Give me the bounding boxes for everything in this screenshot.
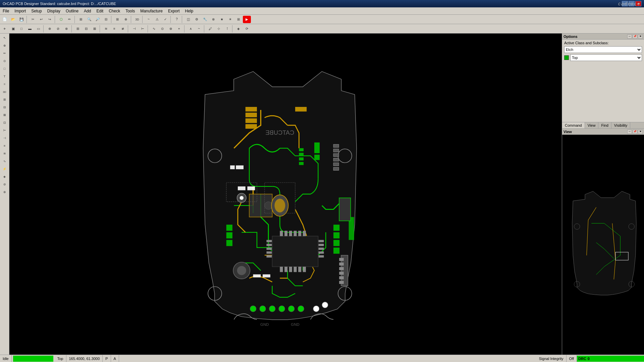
lt-b12[interactable]: ⊘ <box>1 181 8 188</box>
tb-snap[interactable]: ⊕ <box>122 16 130 23</box>
menu-add[interactable]: Add <box>81 8 94 14</box>
subclass-dropdown[interactable]: Top Bottom Inner1 Inner2 <box>570 54 642 61</box>
tb-zoom-fit[interactable]: ⊞ <box>77 16 85 23</box>
tb-check[interactable]: ✓ <box>161 16 169 23</box>
lt-b2[interactable]: ⊟ <box>1 104 8 111</box>
tb2-b19[interactable]: ⊛ <box>167 25 175 33</box>
status-a[interactable]: A <box>111 355 119 362</box>
menu-manufacture[interactable]: Manufacture <box>138 8 165 14</box>
tb-zoom-in[interactable]: 🔍 <box>85 16 93 23</box>
lt-b1[interactable]: ⊞ <box>1 96 8 103</box>
tb2-b15[interactable]: ⊣ <box>130 25 138 33</box>
tb-3d[interactable]: 3D <box>133 16 141 23</box>
lt-shape[interactable]: □ <box>1 65 8 72</box>
tb-new[interactable]: 📄 <box>1 16 9 23</box>
view-minimize-btn[interactable]: ─ <box>627 130 632 134</box>
tb-b6[interactable]: ☀ <box>226 16 234 23</box>
lt-select[interactable]: ↖ <box>1 34 8 42</box>
menu-check[interactable]: Check <box>106 8 123 14</box>
lt-b10[interactable]: ⚡ <box>1 165 8 173</box>
tb-run[interactable]: ▶ <box>243 16 251 23</box>
tb-save[interactable]: 💾 <box>17 16 25 23</box>
tb-drc[interactable]: ⚠ <box>153 16 161 23</box>
menu-outline[interactable]: Outline <box>63 8 81 14</box>
tb2-b22[interactable]: ~ <box>195 25 203 33</box>
tb2-b23[interactable]: 🖊 <box>206 25 214 33</box>
tb2-b9[interactable]: ⊞ <box>74 25 82 33</box>
tb2-b25[interactable]: ⊺ <box>223 25 231 33</box>
tb2-b6[interactable]: ⊕ <box>46 25 54 33</box>
tb-open[interactable]: 📂 <box>9 16 17 23</box>
canvas-area[interactable]: CATCUBE <box>9 34 562 355</box>
lt-route[interactable]: ✏ <box>1 50 8 57</box>
class-dropdown[interactable]: Etch Via Pin DRC Error <box>564 46 642 53</box>
menu-file[interactable]: File <box>0 8 12 14</box>
lt-zoom[interactable]: ⊕ <box>1 42 8 49</box>
lt-measure[interactable]: ⌗ <box>1 80 8 88</box>
options-close-btn[interactable]: ✕ <box>638 35 643 39</box>
tb-undo[interactable]: ↩ <box>37 16 45 23</box>
menu-display[interactable]: Display <box>45 8 63 14</box>
tb2-b16[interactable]: ⊢ <box>139 25 147 33</box>
tb-ratsnest[interactable]: ~ <box>145 16 153 23</box>
tb-zoom-select[interactable]: ⊟ <box>102 16 110 23</box>
menu-help[interactable]: Help <box>182 8 196 14</box>
tb-cut[interactable]: ✂ <box>29 16 37 23</box>
status-p[interactable]: P <box>103 355 111 362</box>
tab-command[interactable]: Command <box>562 122 585 128</box>
tb-b1[interactable]: ◫ <box>184 16 192 23</box>
tb2-b18[interactable]: ⊙ <box>158 25 166 33</box>
view-close-btn[interactable]: ✕ <box>638 130 643 134</box>
lt-b7[interactable]: ≡ <box>1 142 8 149</box>
tb2-b26[interactable]: ◈ <box>234 25 243 33</box>
tab-find[interactable]: Find <box>598 122 611 128</box>
tb-b2[interactable]: ⚙ <box>193 16 201 23</box>
tb2-b13[interactable]: ≡ <box>110 25 118 33</box>
tb-redo[interactable]: ↪ <box>46 16 54 23</box>
tb-zoom-out[interactable]: 🔎 <box>94 16 102 23</box>
tb2-b12[interactable]: ≋ <box>102 25 110 33</box>
lt-text[interactable]: T <box>1 73 8 80</box>
tb2-b17[interactable]: ∿ <box>150 25 158 33</box>
tb2-b21[interactable]: ∧ <box>186 25 195 33</box>
tb-highlight[interactable]: ⬡ <box>57 16 65 23</box>
menu-edit[interactable]: Edit <box>94 8 106 14</box>
tb-b7[interactable]: ⊞ <box>234 16 243 23</box>
menu-tools[interactable]: Tools <box>123 8 138 14</box>
tb2-b24[interactable]: ⊹ <box>215 25 223 33</box>
lt-via[interactable]: ⊙ <box>1 57 8 65</box>
menu-export[interactable]: Export <box>165 8 182 14</box>
lt-b8[interactable]: ≋ <box>1 150 8 157</box>
tb2-b4[interactable]: ▬ <box>26 25 34 33</box>
lt-b5[interactable]: ⊢ <box>1 127 8 134</box>
tb2-b14[interactable]: ≢ <box>119 25 127 33</box>
lt-b13[interactable]: ⊛ <box>1 188 8 196</box>
tb2-b5[interactable]: ▭ <box>34 25 42 33</box>
tb-b3[interactable]: 🔧 <box>201 16 209 23</box>
lt-b3[interactable]: ⊠ <box>1 111 8 119</box>
lt-b6[interactable]: ⊣ <box>1 134 8 142</box>
tb2-b8[interactable]: ⊗ <box>62 25 70 33</box>
lt-b11[interactable]: ◈ <box>1 173 8 180</box>
lt-b9[interactable]: ∿ <box>1 158 8 165</box>
options-minimize-btn[interactable]: ─ <box>627 35 632 39</box>
tb2-b2[interactable]: ▣ <box>9 25 17 33</box>
tb2-b11[interactable]: ⊠ <box>91 25 99 33</box>
lt-3d[interactable]: 3D <box>1 88 8 96</box>
tab-visibility[interactable]: Visibility <box>611 122 631 128</box>
tb-help[interactable]: ? <box>173 16 181 23</box>
tb-grid[interactable]: ⊞ <box>113 16 121 23</box>
tb2-b1[interactable]: ✈ <box>1 25 9 33</box>
tb-b5[interactable]: ★ <box>218 16 226 23</box>
tb2-b7[interactable]: ⊘ <box>54 25 62 33</box>
tb-b4[interactable]: ⊗ <box>209 16 217 23</box>
menu-setup[interactable]: Setup <box>29 8 44 14</box>
tb2-b27[interactable]: ⟳ <box>243 25 251 33</box>
tb2-b20[interactable]: ⌖ <box>175 25 183 33</box>
tb-pencil[interactable]: ✏ <box>65 16 73 23</box>
tb2-b10[interactable]: ⊟ <box>82 25 90 33</box>
menu-import[interactable]: Import <box>12 8 29 14</box>
tab-view[interactable]: View <box>585 122 599 128</box>
view-pin-btn[interactable]: 📌 <box>633 130 637 134</box>
options-pin-btn[interactable]: 📌 <box>633 35 637 39</box>
